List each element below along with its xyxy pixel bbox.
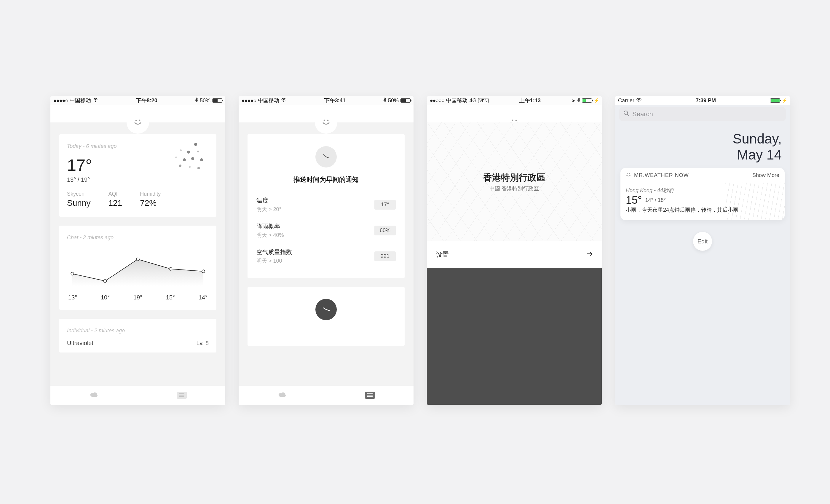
- svg-point-6: [197, 151, 199, 152]
- row-aqi[interactable]: 空气质量指数 明天 > 100 221: [256, 243, 396, 269]
- tab-list[interactable]: [326, 391, 414, 399]
- widget-temp: 15°: [626, 194, 642, 206]
- carrier-label: 中国移动: [258, 97, 279, 104]
- individual-card[interactable]: Individual - 2 miutes ago Ultraviolet Lv…: [59, 319, 216, 352]
- svg-point-0: [95, 101, 96, 102]
- widget-app-name: MR.WEATHER NOW: [634, 172, 689, 179]
- battery-icon: [770, 98, 780, 102]
- metric-aqi: AQI 121: [108, 191, 122, 208]
- screen-today-widget: Carrier 7:39 PM ⚡ Search Sunday, May 14: [615, 96, 790, 405]
- tab-weather[interactable]: [238, 391, 326, 399]
- evening-clock-icon: [315, 299, 337, 320]
- app-header: [427, 105, 602, 122]
- search-icon: [624, 110, 629, 118]
- clock-label: 下午3:41: [324, 97, 346, 104]
- app-header: [51, 105, 225, 122]
- cloud-icon: [278, 391, 287, 399]
- row-precip[interactable]: 降雨概率 明天 > 40% 60%: [256, 218, 396, 243]
- battery-icon: [401, 98, 411, 102]
- svg-point-3: [194, 143, 197, 146]
- bluetooth-icon: [383, 98, 386, 104]
- svg-point-16: [136, 258, 139, 261]
- status-bar: ●●○○○ 中国移动 4G VPN 上午1:13 ➤ ⚡: [427, 96, 602, 105]
- svg-point-21: [327, 120, 329, 121]
- chart-card[interactable]: Chat - 2 miutes ago 13°10°19°15°14°: [59, 226, 216, 310]
- screen-weather-home: ●●●●○ 中国移动 下午8:20 50%: [51, 96, 225, 405]
- individual-subtitle: Individual - 2 miutes ago: [67, 327, 209, 334]
- bluetooth-icon: [195, 98, 198, 104]
- forecast-line-chart: [67, 247, 209, 291]
- location-map[interactable]: 香港特別行政區 中國 香港特別行政區: [427, 122, 602, 241]
- chart-x-labels: 13°10°19°15°14°: [67, 294, 209, 301]
- widget-range: 14° / 18°: [645, 197, 666, 203]
- notification-title: 推送时间为早间的通知: [256, 175, 396, 184]
- svg-point-10: [200, 158, 203, 161]
- svg-point-15: [103, 280, 106, 283]
- signal-dots: ●●○○○: [430, 98, 444, 104]
- svg-point-9: [191, 157, 194, 160]
- battery-pct: 50%: [388, 98, 399, 104]
- svg-point-25: [624, 111, 628, 115]
- settings-row[interactable]: 设置: [427, 241, 602, 268]
- clock-label: 7:39 PM: [696, 98, 716, 104]
- tab-bar: [238, 386, 414, 405]
- tab-bar: [51, 386, 225, 405]
- value-pill[interactable]: 17°: [374, 200, 396, 210]
- app-logo-smiley: [127, 111, 149, 134]
- today-card[interactable]: Today - 6 miutes ago 17° 13° / 19° Skyco…: [59, 134, 216, 217]
- tab-weather[interactable]: [51, 391, 138, 399]
- row-temperature[interactable]: 温度 明天 > 20° 17°: [256, 192, 396, 218]
- metric-skycon: Skycon Sunny: [67, 191, 90, 208]
- wifi-icon: [281, 98, 286, 104]
- bluetooth-icon: [577, 98, 580, 104]
- city-sub: 中國 香港特別行政區: [489, 185, 539, 192]
- signal-dots: ●●●●○: [53, 98, 68, 104]
- svg-point-14: [71, 272, 74, 275]
- battery-icon: [212, 98, 222, 102]
- svg-point-8: [183, 158, 186, 161]
- weather-widget[interactable]: MR.WEATHER NOW Show More Hong Kong - 44秒…: [620, 168, 785, 220]
- status-bar: Carrier 7:39 PM ⚡: [615, 96, 790, 105]
- backdrop-overlay: [427, 268, 602, 405]
- svg-point-22: [512, 120, 513, 121]
- settings-label: 设置: [436, 250, 449, 259]
- app-header: [238, 105, 414, 122]
- wifi-icon: [636, 98, 641, 104]
- edit-button[interactable]: Edit: [693, 232, 712, 251]
- arrow-right-icon: [586, 251, 593, 259]
- metric-humidity: Humidity 72%: [140, 191, 161, 208]
- clock-label: 上午1:13: [519, 97, 541, 104]
- morning-clock-icon: [315, 146, 337, 167]
- svg-point-18: [202, 270, 205, 273]
- svg-point-17: [169, 267, 172, 271]
- city-name: 香港特別行政區: [483, 172, 545, 184]
- cloud-icon: [90, 391, 99, 399]
- battery-icon: [582, 98, 592, 102]
- carrier-label: 中国移动: [70, 97, 91, 104]
- value-pill[interactable]: 60%: [374, 226, 396, 235]
- value-pill[interactable]: 221: [374, 251, 396, 261]
- location-icon: ➤: [572, 98, 575, 103]
- svg-point-26: [627, 174, 628, 174]
- list-icon: [365, 391, 375, 399]
- svg-point-2: [139, 120, 140, 121]
- svg-point-4: [180, 150, 182, 151]
- evening-notification-card: [248, 287, 405, 346]
- signal-dots: ●●●●○: [242, 98, 256, 104]
- svg-point-24: [639, 101, 639, 102]
- charging-icon: ⚡: [782, 98, 787, 103]
- show-more-link[interactable]: Show More: [752, 172, 779, 179]
- uv-value: Lv. 8: [196, 340, 209, 347]
- battery-pct: 50%: [200, 98, 211, 104]
- tab-list[interactable]: [138, 391, 225, 399]
- search-placeholder: Search: [632, 110, 653, 118]
- svg-point-7: [175, 157, 177, 158]
- svg-point-19: [283, 101, 284, 102]
- widget-app-icon: [626, 172, 631, 179]
- carrier-label: 中国移动: [446, 97, 468, 104]
- rain-icon: [725, 183, 785, 220]
- wifi-icon: [93, 98, 98, 104]
- app-logo-smiley: [315, 111, 337, 134]
- chart-subtitle: Chat - 2 miutes ago: [67, 234, 209, 241]
- search-input[interactable]: Search: [619, 107, 786, 121]
